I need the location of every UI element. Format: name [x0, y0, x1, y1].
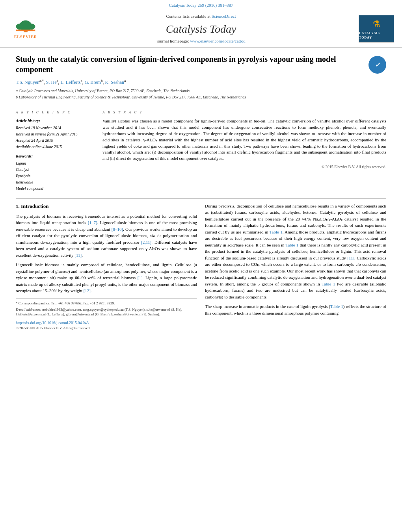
elsevier-logo: ELSEVIER — [8, 18, 43, 40]
footnotes-section: * Corresponding author. Tel.: +61 466 09… — [16, 298, 197, 317]
table-1-ref-1[interactable]: Table 1 — [270, 230, 283, 234]
catalysis-icon: ⚗ — [372, 18, 380, 30]
ref-11[interactable]: [11] — [74, 253, 82, 258]
svg-point-2 — [16, 24, 24, 30]
ref-1-7[interactable]: [1–7] — [88, 220, 97, 225]
ref-11b[interactable]: [11] — [347, 256, 354, 260]
article-history: Article history: Received 19 November 20… — [16, 118, 95, 150]
journal-title-section: Contents lists available at ScienceDirec… — [43, 13, 359, 44]
table-1-ref-2[interactable]: Table 1 — [285, 243, 298, 247]
affiliation-a: a Catalytic Processes and Materials, Uni… — [16, 88, 386, 94]
contents-available-line: Contents lists available at ScienceDirec… — [51, 13, 351, 19]
affiliations-section: a Catalytic Processes and Materials, Uni… — [16, 88, 386, 100]
article-title: Study on the catalytic conversion of lig… — [16, 54, 368, 74]
abstract-text: Vanillyl alcohol was chosen as a model c… — [102, 118, 386, 162]
available-date: Available online 4 June 2015 — [16, 144, 95, 150]
abstract-label: A B S T R A C T — [102, 110, 386, 115]
section-divider — [16, 198, 386, 199]
right-paragraph-1: During pyrolysis, decomposition of cellu… — [205, 203, 386, 300]
svg-point-3 — [28, 24, 35, 30]
accepted-date: Accepted 24 April 2015 — [16, 138, 95, 143]
doi-line: http://dx.doi.org/10.1016/j.cattod.2015.… — [16, 320, 197, 326]
keyword-2: Catalyst — [16, 167, 95, 172]
catalysis-logo: ⚗ CATALYSIS TODAY — [359, 15, 394, 43]
table-1-ref-3[interactable]: Table 1 — [322, 282, 335, 286]
issn-line: 0920-5861/© 2015 Elsevier B.V. All right… — [16, 326, 197, 331]
elsevier-label: ELSEVIER — [14, 34, 37, 40]
ref-8-10[interactable]: [8–10] — [112, 227, 123, 232]
intro-paragraph-1: The pyrolysis of biomass is receiving tr… — [16, 213, 197, 259]
intro-paragraph-2: Lignocellulosic biomass is mainly compos… — [16, 261, 197, 294]
sciencedirect-link[interactable]: ScienceDirect — [212, 14, 236, 19]
journal-header: ELSEVIER Contents lists available at Sci… — [0, 10, 402, 48]
keywords-label: Keywords: — [16, 154, 95, 159]
history-label: Article history: — [16, 118, 95, 124]
article-info-column: A R T I C L E I N F O Article history: R… — [16, 110, 95, 192]
article-title-section: Study on the catalytic conversion of lig… — [16, 54, 386, 74]
affiliation-b: b Laboratory of Thermal Engineering, Fac… — [16, 95, 386, 100]
ref-1b[interactable]: [1] — [138, 275, 143, 280]
journal-homepage-link[interactable]: www.elsevier.com/locate/cattod — [190, 39, 245, 43]
author-4: G. Brem — [85, 80, 101, 85]
journal-reference: Catalysis Today 259 (2016) 381–387 — [0, 0, 402, 10]
email-addresses: E-mail addresses: nobuhiro1983@yahoo.com… — [16, 307, 197, 317]
received-date: Received 19 November 2014 — [16, 125, 95, 131]
paper-content: Study on the catalytic conversion of lig… — [0, 48, 402, 338]
svg-rect-4 — [16, 30, 35, 31]
keyword-5: Model compound — [16, 186, 95, 191]
corresponding-author-note: * Corresponding author. Tel.: +61 466 09… — [16, 301, 197, 306]
revised-date: Received in revised form 21 April 2015 — [16, 132, 95, 137]
elsevier-tree-icon — [12, 18, 39, 33]
author-5: K. Seshan — [105, 80, 124, 85]
keywords-section: Keywords: Lignin Catalyst Pyrolysis Rene… — [16, 154, 95, 191]
keyword-4: Renewable — [16, 180, 95, 185]
author-2: S. He — [46, 80, 57, 85]
keyword-1: Lignin — [16, 161, 95, 166]
journal-title: Catalysis Today — [51, 21, 351, 37]
table-1-ref-4[interactable]: Table 1 — [330, 304, 343, 309]
keyword-3: Pyrolysis — [16, 173, 95, 179]
author-3: L. Lefferts — [61, 80, 81, 85]
body-right-column: During pyrolysis, decomposition of cellu… — [205, 203, 386, 331]
crossmark-badge: ✓ — [368, 56, 386, 74]
body-left-column: 1. Introduction The pyrolysis of biomass… — [16, 203, 197, 331]
journal-homepage-line: journal homepage: www.elsevier.com/locat… — [51, 38, 351, 44]
introduction-heading: 1. Introduction — [16, 203, 197, 210]
authors-line: T.S. Nguyena,*, S. Hea, L. Leffertsa, G.… — [16, 78, 386, 86]
author-1: T.S. Nguyen — [16, 80, 39, 85]
abstract-column: A B S T R A C T Vanillyl alcohol was cho… — [102, 110, 386, 192]
copyright-line: © 2015 Elsevier B.V. All rights reserved… — [102, 164, 386, 170]
body-two-column: 1. Introduction The pyrolysis of biomass… — [16, 203, 386, 331]
article-info-label: A R T I C L E I N F O — [16, 110, 95, 115]
right-paragraph-2: The sharp increase in aromatic products … — [205, 303, 386, 316]
ref-2-11[interactable]: [2,11] — [141, 240, 151, 245]
article-info-abstract-section: A R T I C L E I N F O Article history: R… — [16, 105, 386, 192]
crossmark-icon: ✓ — [375, 61, 380, 69]
ref-12[interactable]: [12] — [84, 288, 91, 293]
catalysis-logo-text: CATALYSIS TODAY — [359, 31, 394, 40]
